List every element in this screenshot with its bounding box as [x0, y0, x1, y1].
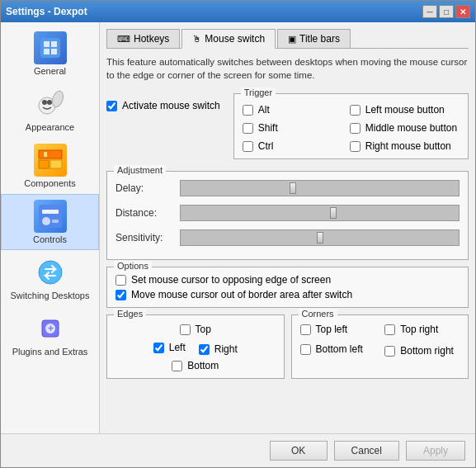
- svg-rect-12: [44, 152, 47, 157]
- sensitivity-slider-wrapper: [180, 228, 460, 248]
- middle-mouse-checkbox[interactable]: [350, 123, 361, 134]
- shift-checkbox[interactable]: [243, 123, 253, 134]
- general-icon: [34, 31, 67, 64]
- sidebar-label-general: General: [34, 66, 66, 76]
- bottom-left-checkbox[interactable]: [300, 344, 311, 355]
- shift-label: Shift: [258, 122, 278, 134]
- edges-corners-row: Edges Top Left: [106, 314, 469, 385]
- svg-rect-2: [51, 41, 57, 47]
- bottom-left-corner-row: Bottom left: [300, 343, 375, 355]
- bottom-edge-checkbox[interactable]: [172, 361, 182, 371]
- sidebar-item-controls[interactable]: Controls: [1, 194, 99, 250]
- right-edge-checkbox[interactable]: [199, 344, 210, 355]
- switching-icon: [34, 256, 67, 289]
- sidebar-item-general[interactable]: General: [1, 26, 99, 82]
- hotkeys-tab-icon: ⌨: [117, 34, 130, 45]
- edges-section: Edges Top Left: [106, 314, 285, 379]
- sidebar-label-controls: Controls: [33, 234, 67, 244]
- svg-rect-9: [39, 160, 49, 168]
- cancel-button[interactable]: Cancel: [334, 441, 399, 461]
- sensitivity-slider[interactable]: [180, 229, 460, 246]
- svg-rect-13: [39, 205, 62, 228]
- tab-title-bars[interactable]: ▣ Title bars: [277, 29, 351, 48]
- activate-checkbox[interactable]: [106, 101, 117, 111]
- left-mouse-checkbox[interactable]: [350, 105, 361, 116]
- sidebar-label-plugins: Plugins and Extras: [12, 347, 88, 357]
- bottom-bar: OK Cancel Apply: [1, 433, 475, 467]
- svg-rect-11: [39, 150, 62, 158]
- options-section: Options Set mouse cursor to opposing edg…: [106, 267, 469, 308]
- tab-bar: ⌨ Hotkeys 🖱 Mouse switch ▣ Title bars: [106, 29, 469, 49]
- sidebar-item-components[interactable]: Components: [1, 138, 99, 194]
- edges-grid: Top Left Right: [115, 324, 276, 371]
- left-mouse-label: Left mouse button: [365, 104, 445, 116]
- tab-hotkeys[interactable]: ⌨ Hotkeys: [106, 29, 180, 48]
- plugins-icon: +: [34, 312, 67, 345]
- tab-mouse-switch[interactable]: 🖱 Mouse switch: [181, 29, 276, 49]
- ctrl-checkbox[interactable]: [243, 141, 253, 152]
- top-right-checkbox[interactable]: [384, 324, 395, 335]
- alt-row: Alt: [243, 104, 350, 116]
- sidebar-label-appearance: Appearance: [26, 122, 74, 132]
- left-edge-label: Left: [169, 342, 186, 353]
- hotkeys-tab-label: Hotkeys: [134, 33, 169, 45]
- alt-checkbox[interactable]: [243, 105, 253, 116]
- minimize-button[interactable]: ─: [422, 5, 437, 18]
- bottom-right-checkbox[interactable]: [384, 346, 395, 357]
- top-edge-row: Top: [180, 324, 211, 335]
- distance-slider[interactable]: [180, 205, 460, 221]
- edges-middle: Left Right: [153, 342, 238, 357]
- title-bar: Settings - Dexpot ─ □ ✕: [1, 1, 475, 22]
- out-of-border-row: Move mouse cursor out of border area aft…: [115, 289, 460, 300]
- activate-label: Activate mouse switch: [122, 100, 220, 111]
- activate-trigger-row: Activate mouse switch Trigger Alt: [106, 93, 469, 166]
- opposing-edge-checkbox[interactable]: [115, 275, 126, 286]
- trigger-section: Trigger Alt Shift: [233, 93, 469, 159]
- top-edge-checkbox[interactable]: [180, 324, 191, 335]
- svg-rect-1: [44, 41, 49, 47]
- right-mouse-checkbox[interactable]: [350, 141, 361, 152]
- sidebar: General Appearance: [1, 22, 100, 433]
- ctrl-row: Ctrl: [243, 140, 350, 152]
- svg-rect-0: [40, 38, 60, 58]
- top-right-label: Top right: [400, 324, 438, 335]
- opposing-edge-row: Set mouse cursor to opposing edge of scr…: [115, 274, 460, 286]
- top-left-checkbox[interactable]: [300, 324, 311, 335]
- delay-row: Delay:: [115, 178, 460, 198]
- bottom-edge-row: Bottom: [172, 360, 219, 371]
- sidebar-item-appearance[interactable]: Appearance: [1, 82, 99, 138]
- controls-icon: [34, 200, 67, 233]
- maximize-button[interactable]: □: [439, 5, 454, 18]
- out-of-border-checkbox[interactable]: [115, 290, 126, 300]
- shift-row: Shift: [243, 122, 350, 134]
- corners-section-title: Corners: [299, 309, 337, 319]
- close-button[interactable]: ✕: [455, 5, 470, 18]
- right-mouse-row: Right mouse button: [350, 140, 457, 152]
- corners-section: Corners Top left Top right Bottom lef: [291, 314, 469, 379]
- bottom-right-corner-row: Bottom right: [384, 343, 460, 358]
- mouse-switch-tab-icon: 🖱: [192, 34, 201, 44]
- svg-point-15: [42, 217, 50, 225]
- middle-mouse-row: Middle mouse button: [350, 122, 457, 134]
- sensitivity-row: Sensitivity:: [115, 228, 460, 248]
- left-edge-checkbox[interactable]: [153, 343, 164, 353]
- sidebar-item-switching[interactable]: Switching Desktops: [1, 250, 99, 306]
- activate-section: Activate mouse switch: [106, 93, 220, 111]
- trigger-grid: Alt Shift Ctrl: [243, 104, 460, 152]
- apply-button[interactable]: Apply: [406, 441, 465, 461]
- ok-button[interactable]: OK: [270, 441, 328, 461]
- svg-text:+: +: [48, 323, 54, 334]
- window-body: General Appearance: [1, 22, 475, 433]
- distance-label: Distance:: [115, 207, 173, 219]
- left-edge-row: Left: [153, 342, 186, 353]
- trigger-col-right: Left mouse button Middle mouse button Ri…: [350, 104, 457, 152]
- delay-slider[interactable]: [180, 180, 460, 196]
- svg-rect-14: [42, 210, 59, 214]
- trigger-col-left: Alt Shift Ctrl: [243, 104, 350, 152]
- middle-mouse-label: Middle mouse button: [365, 122, 457, 134]
- sidebar-item-plugins[interactable]: + Plugins and Extras: [1, 306, 99, 362]
- alt-label: Alt: [258, 104, 270, 116]
- mouse-switch-tab-label: Mouse switch: [205, 33, 265, 45]
- bottom-right-label: Bottom right: [400, 345, 454, 357]
- right-mouse-label: Right mouse button: [365, 140, 451, 152]
